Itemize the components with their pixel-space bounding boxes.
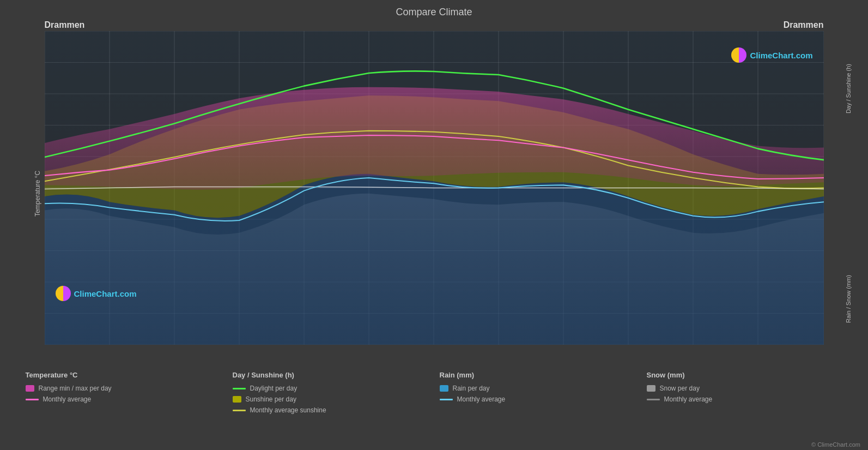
legend-item-snow-avg: Monthly average [647, 395, 843, 403]
chart-area: 50 40 30 20 10 0 -10 -20 -30 -40 -50 24 … [45, 31, 824, 345]
legend-label-sunshine: Sunshine per day [246, 395, 296, 403]
legend-label-sunshine-avg: Monthly average sunshine [250, 406, 326, 414]
logo-icon-left [56, 286, 71, 301]
legend-item-sunshine-avg: Monthly average sunshine [233, 406, 429, 414]
legend-item-daylight: Daylight per day [233, 385, 429, 392]
legend-label-temp-range: Range min / max per day [39, 385, 112, 392]
legend-item-snow: Snow per day [647, 385, 843, 392]
logo-icon-right [731, 47, 746, 63]
logo-bottom-left: ClimeChart.com [56, 286, 137, 301]
legend-group-sunshine: Day / Sunshine (h) Daylight per day Suns… [227, 371, 434, 414]
logo-top-right: ClimeChart.com [731, 47, 812, 63]
y-axis-right-bottom-label: Rain / Snow (mm) [845, 275, 852, 323]
legend-label-temp-avg: Monthly average [43, 395, 92, 403]
legend-item-temp-range: Range min / max per day [26, 385, 222, 392]
y-axis-right-top-label: Day / Sunshine (h) [845, 64, 852, 113]
location-label-left: Drammen [45, 20, 85, 30]
legend-item-temp-avg: Monthly average [26, 395, 222, 403]
legend-item-rain-avg: Monthly average [440, 395, 636, 403]
legend-swatch-rain-avg [440, 399, 453, 400]
legend-swatch-temp-avg [26, 399, 39, 400]
legend-swatch-sunshine [233, 396, 241, 403]
legend-group-rain: Rain (mm) Rain per day Monthly average [434, 371, 641, 403]
logo-text-left: ClimeChart.com [74, 289, 137, 298]
legend-title-sunshine: Day / Sunshine (h) [233, 371, 429, 379]
y-axis-left-label: Temperature °C [34, 170, 41, 216]
legend-section: Temperature °C Range min / max per day M… [15, 371, 854, 414]
location-label-right: Drammen [784, 20, 824, 30]
chart-title: Compare Climate [396, 7, 472, 18]
legend-title-snow: Snow (mm) [647, 371, 843, 379]
legend-item-sunshine: Sunshine per day [233, 395, 429, 403]
legend-swatch-sunshine-avg [233, 410, 246, 411]
legend-swatch-snow-avg [647, 399, 660, 400]
legend-item-rain: Rain per day [440, 385, 636, 392]
legend-title-rain: Rain (mm) [440, 371, 636, 379]
legend-swatch-snow [647, 385, 655, 392]
legend-swatch-daylight [233, 388, 246, 389]
page-container: Compare Climate Drammen Drammen Temperat… [0, 0, 868, 450]
legend-swatch-rain [440, 385, 448, 392]
legend-label-rain: Rain per day [453, 385, 490, 392]
legend-label-snow-avg: Monthly average [664, 395, 713, 403]
legend-swatch-temp-range [26, 385, 34, 392]
copyright: © ClimeChart.com [811, 441, 860, 448]
legend-label-rain-avg: Monthly average [457, 395, 506, 403]
legend-label-daylight: Daylight per day [250, 385, 298, 392]
legend-group-temperature: Temperature °C Range min / max per day M… [20, 371, 227, 403]
logo-text-right: ClimeChart.com [750, 51, 812, 60]
legend-title-temperature: Temperature °C [26, 371, 222, 379]
legend-group-snow: Snow (mm) Snow per day Monthly average [641, 371, 848, 403]
legend-label-snow: Snow per day [660, 385, 700, 392]
chart-svg: 50 40 30 20 10 0 -10 -20 -30 -40 -50 24 … [45, 31, 824, 345]
chart-wrapper: Drammen Drammen Temperature °C Day / Sun… [15, 20, 854, 367]
